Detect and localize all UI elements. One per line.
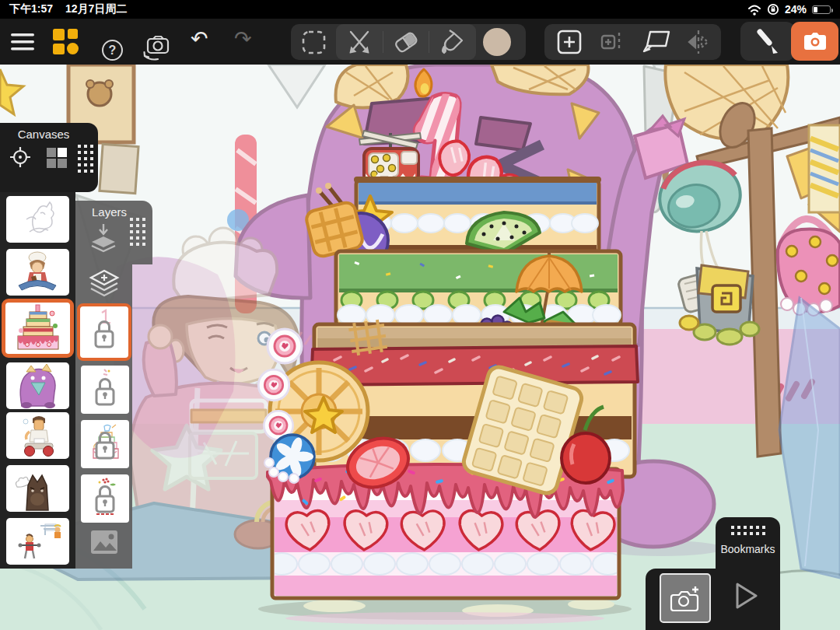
pen-mode-button[interactable] [740, 22, 795, 61]
tool-group [291, 24, 526, 60]
wifi-icon [747, 4, 761, 16]
fill-tool[interactable] [429, 24, 474, 60]
canvases-panel-header: Canvases [0, 123, 98, 192]
camera-rotate-icon[interactable] [142, 36, 172, 61]
cut-tool[interactable] [336, 24, 383, 60]
bookmarks-title: Bookmarks [716, 543, 780, 555]
rotation-lock-icon [767, 3, 779, 16]
bookmarks-drag-handle[interactable] [731, 526, 765, 535]
camera-mode-button[interactable] [791, 22, 838, 61]
add-layer-icon[interactable] [88, 268, 121, 300]
canvas-thumbnail-gym[interactable] [6, 518, 69, 565]
eraser-tool[interactable] [383, 24, 429, 60]
color-swatch[interactable] [482, 27, 512, 57]
add-frame-button[interactable] [557, 30, 582, 54]
image-layer-item[interactable] [91, 530, 117, 555]
status-date: 12月7日周二 [65, 2, 127, 16]
layer-item[interactable] [81, 420, 129, 468]
duplicate-frames-button[interactable] [642, 30, 672, 54]
merge-down-icon[interactable] [89, 222, 117, 254]
app-screen: 下午1:57 12月7日周二 24% [0, 0, 840, 630]
layers-list [75, 264, 132, 569]
canvas-thumbnail-cake-selected[interactable] [2, 299, 74, 358]
undo-icon[interactable]: ↶ [191, 29, 208, 50]
canvas-thumbnail-scooter-man[interactable] [6, 412, 69, 459]
layers-title: Layers [92, 205, 127, 219]
status-time: 下午1:57 [9, 2, 53, 16]
layer-item[interactable] [81, 366, 129, 414]
flip-frame-button[interactable] [686, 30, 711, 54]
bookmarks-panel-tab: Bookmarks [716, 517, 780, 569]
canvas-thumbnail-chef[interactable] [6, 249, 69, 296]
toolbar: ? ↶ ↷ [0, 19, 840, 65]
status-bar: 下午1:57 12月7日周二 24% [0, 0, 840, 19]
toy-helicopter [359, 131, 421, 183]
canvases-drag-handle[interactable] [78, 145, 93, 173]
redo-icon[interactable]: ↷ [234, 29, 252, 50]
target-icon[interactable] [9, 146, 31, 168]
layer-item[interactable] [81, 474, 129, 523]
layers-drag-handle[interactable] [130, 218, 145, 246]
grid-layout-icon[interactable] [47, 148, 67, 168]
layers-panel-header: Layers [75, 201, 152, 264]
camera-add-button[interactable] [660, 573, 711, 623]
app-logo[interactable] [53, 29, 79, 54]
canvases-title: Canvases [0, 128, 87, 141]
canvas-thumbnail-dragon[interactable] [6, 362, 69, 409]
canvas-thumbnail-sketch[interactable] [6, 196, 69, 243]
bookmarks-panel [646, 569, 780, 630]
battery-icon [812, 5, 831, 14]
menu-icon[interactable] [11, 33, 34, 51]
help-icon[interactable]: ? [102, 40, 123, 61]
play-button[interactable] [733, 581, 759, 611]
frame-group [544, 24, 721, 60]
marquee-select-tool[interactable] [302, 30, 326, 54]
insert-frame-button[interactable] [600, 31, 628, 53]
battery-percent: 24% [785, 3, 807, 16]
pink-bag-prop [778, 219, 840, 316]
canvas-thumbnail-dog[interactable] [6, 465, 69, 512]
canvases-list [0, 192, 75, 569]
layer-item-selected[interactable] [77, 303, 131, 361]
